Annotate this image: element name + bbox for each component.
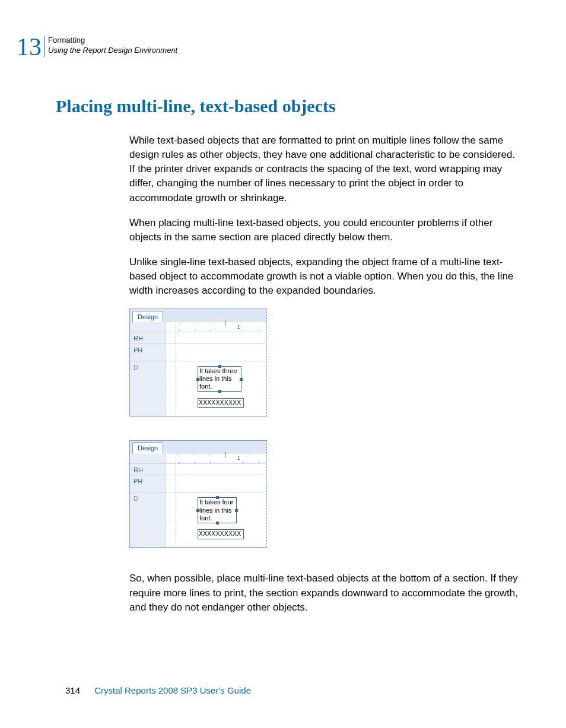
design-tab: Design [132,311,163,323]
section-d: D --—-- It takes four lines in this font… [130,492,266,547]
section-label-d: D [130,492,166,547]
section-rh: RH - [130,463,266,475]
page-number: 314 [65,685,80,695]
page-footer: 314 Crystal Reports 2008 SP3 User's Guid… [65,685,251,695]
section-d: D --—-- It takes three lines in this fon… [130,361,266,416]
section-label-ph: PH [130,344,166,361]
section-label-rh: RH [130,464,166,475]
header-subcategory: Using the Report Design Environment [48,46,177,56]
paragraph-4: So, when possible, place multi-line text… [129,571,522,614]
header-divider [44,36,44,57]
section-label-rh: RH [130,332,166,344]
design-panel-1: Design · · · | · · · 1 · · · RH - PH -- … [129,309,267,417]
section-label-ph: PH [130,475,166,492]
section-label-d: D [130,361,166,416]
design-tab: Design [132,442,163,454]
header-text-block: Formatting Using the Report Design Envir… [48,34,177,56]
section-ph: PH -- [130,344,266,361]
footer-title: Crystal Reports 2008 SP3 User's Guide [94,685,251,695]
placeholder-object-1: XXXXXXXXXX [198,398,244,408]
paragraph-1: While text-based objects that are format… [129,133,522,205]
chapter-number: 13 [17,34,42,59]
multiline-text-object-1: It takes three lines in this font. [198,366,241,392]
page-header: 13 Formatting Using the Report Design En… [17,34,177,59]
section-rh: RH - [130,332,266,344]
section-heading: Placing multi-line, text-based objects [56,96,336,116]
paragraph-2: When placing multi-line text-based objec… [129,216,522,244]
placeholder-object-2: XXXXXXXXXX [198,529,244,539]
design-examples: Design · · · | · · · 1 · · · RH - PH -- … [129,309,522,548]
body-content: While text-based objects that are format… [129,133,522,625]
paragraph-3: Unlike single-line text-based objects, e… [129,255,522,298]
horizontal-ruler: · · · | · · · 1 · · · [130,454,266,463]
header-category: Formatting [48,36,177,46]
design-panel-2: Design · · · | · · · 1 · · · RH - PH -- … [129,440,267,548]
section-ph: PH -- [130,475,266,492]
horizontal-ruler: · · · | · · · 1 · · · [130,322,266,332]
multiline-text-object-2: It takes four lines in this font. [198,497,237,523]
